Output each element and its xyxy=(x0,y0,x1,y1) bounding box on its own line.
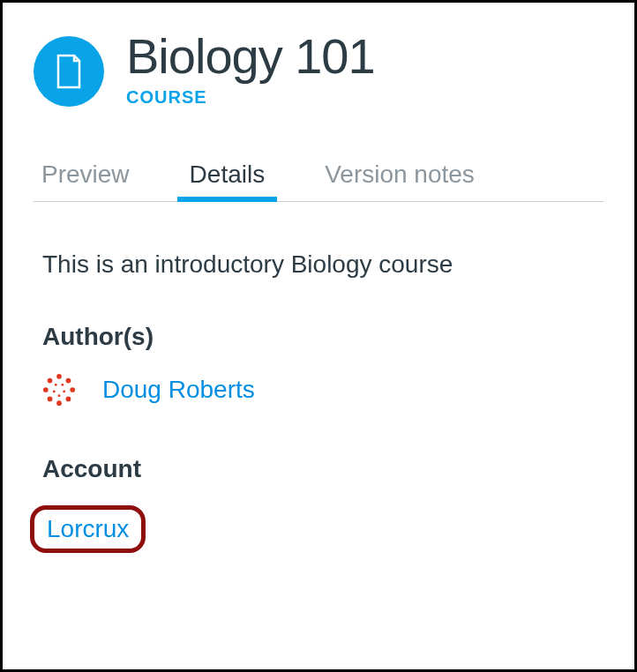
tab-preview[interactable]: Preview xyxy=(38,152,133,201)
account-link[interactable]: Lorcrux xyxy=(47,515,129,542)
svg-point-9 xyxy=(61,383,64,385)
svg-point-11 xyxy=(58,394,61,397)
details-content: This is an introductory Biology course A… xyxy=(34,202,603,553)
panel: Biology 101 COURSE Preview Details Versi… xyxy=(0,0,637,672)
svg-point-4 xyxy=(56,400,62,406)
svg-point-12 xyxy=(53,390,56,392)
header: Biology 101 COURSE xyxy=(34,29,603,108)
svg-point-0 xyxy=(56,374,62,379)
svg-point-3 xyxy=(66,396,71,401)
svg-point-8 xyxy=(55,383,57,385)
author-link[interactable]: Doug Roberts xyxy=(102,376,255,404)
course-type-badge xyxy=(34,36,104,107)
svg-point-1 xyxy=(66,377,71,383)
authors-heading: Author(s) xyxy=(42,323,595,351)
svg-point-6 xyxy=(43,387,49,392)
svg-point-2 xyxy=(70,387,75,392)
course-description: This is an introductory Biology course xyxy=(42,250,595,279)
author-row: Doug Roberts xyxy=(42,373,595,407)
account-heading: Account xyxy=(42,455,595,483)
author-avatar-icon xyxy=(42,373,76,407)
account-highlight: Lorcrux xyxy=(30,505,146,553)
document-icon xyxy=(55,54,83,89)
svg-point-10 xyxy=(63,390,65,392)
svg-point-5 xyxy=(48,396,53,401)
type-label: COURSE xyxy=(126,87,375,108)
tab-details[interactable]: Details xyxy=(186,152,269,201)
page-title: Biology 101 xyxy=(126,29,375,84)
tab-version-notes[interactable]: Version notes xyxy=(321,152,478,201)
svg-point-7 xyxy=(48,377,53,383)
tabs: Preview Details Version notes xyxy=(34,152,603,202)
title-block: Biology 101 COURSE xyxy=(126,29,375,108)
